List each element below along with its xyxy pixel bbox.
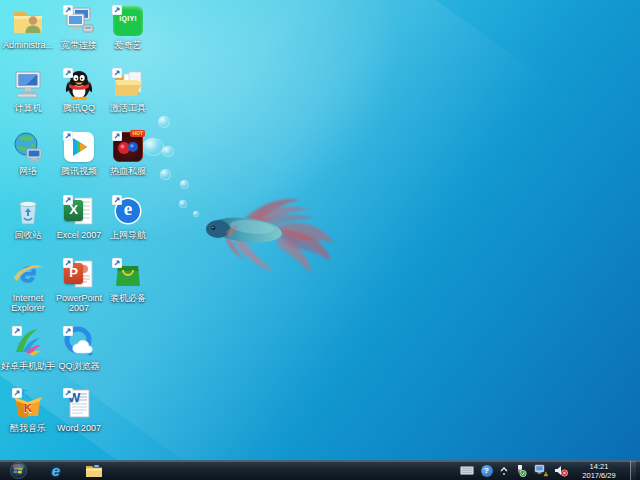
desktop-icon-label: 上网导航 xyxy=(100,230,156,240)
shortcut-arrow-icon xyxy=(112,258,122,268)
hot-badge: HOT xyxy=(130,130,145,137)
desktop-icon-label: Excel 2007 xyxy=(51,230,107,240)
desktop-icon-qq-browser[interactable]: QQ浏览器 xyxy=(55,326,103,371)
two-computers-icon xyxy=(63,5,95,37)
desktop-icon-recycle-bin[interactable]: 回收站 xyxy=(4,195,52,240)
globe-network-icon xyxy=(12,131,44,163)
desktop-icon-phone-assistant[interactable]: 好卓手机助手 xyxy=(4,326,52,371)
desktop-icon-kuwo[interactable]: K 酷我音乐 xyxy=(4,388,52,433)
shortcut-arrow-icon xyxy=(112,195,122,205)
q-cloud-icon xyxy=(63,326,95,358)
desktop-icon-label: 酷我音乐 xyxy=(0,423,56,433)
device-ok-icon[interactable] xyxy=(513,463,528,478)
color-swoosh-icon xyxy=(12,326,44,358)
kuwo-music-icon: K xyxy=(12,388,44,420)
shortcut-arrow-icon xyxy=(63,68,73,78)
taskbar-explorer-button[interactable] xyxy=(82,462,106,480)
desktop-icon-label: 热血私服 xyxy=(100,166,156,176)
computer-monitor-icon xyxy=(12,68,44,100)
system-tray: ? 14:21 2017/6/29 xyxy=(459,461,640,480)
desktop-icon-label: Word 2007 xyxy=(51,423,107,433)
help-question-icon[interactable]: ? xyxy=(479,463,494,478)
powerpoint-icon: P xyxy=(63,258,95,290)
game-icon: HOT xyxy=(112,131,144,163)
taskbar-clock[interactable]: 14:21 2017/6/29 xyxy=(573,462,625,480)
desktop-icon-iqiyi[interactable]: iQIYI 爱奇艺 xyxy=(104,5,152,50)
desktop-icon-grid: Administra... 宽带连接 iQIYI 爱奇艺 计算机 xyxy=(4,0,164,440)
desktop-icon-internet-explorer[interactable]: e Internet Explorer xyxy=(4,258,52,313)
clock-date: 2017/6/29 xyxy=(575,471,623,480)
desktop-icon-label: 回收站 xyxy=(0,230,56,240)
desktop-wallpaper[interactable]: Administra... 宽带连接 iQIYI 爱奇艺 计算机 xyxy=(0,0,640,480)
desktop-icon-label: Administra... xyxy=(0,40,56,50)
network-warning-icon[interactable] xyxy=(533,463,548,478)
shortcut-arrow-icon xyxy=(63,195,73,205)
desktop-icon-label: 宽带连接 xyxy=(51,40,107,50)
play-triangle-icon xyxy=(63,131,95,163)
clock-time: 14:21 xyxy=(575,462,623,471)
shortcut-arrow-icon xyxy=(63,131,73,141)
qq-penguin-icon xyxy=(63,68,95,100)
desktop-icon-broadband[interactable]: 宽带连接 xyxy=(55,5,103,50)
word-icon: W xyxy=(63,388,95,420)
bubble xyxy=(180,180,189,189)
input-keyboard-icon[interactable] xyxy=(459,463,474,478)
shortcut-arrow-icon xyxy=(63,388,73,398)
show-desktop-button[interactable] xyxy=(630,461,636,480)
desktop-icon-label: PowerPoint 2007 xyxy=(51,293,107,313)
desktop-icon-label: 好卓手机助手 xyxy=(0,361,56,371)
desktop-icon-label: 腾讯视频 xyxy=(51,166,107,176)
shortcut-arrow-icon xyxy=(112,131,122,141)
desktop-icon-activation-tools[interactable]: 激活工具 xyxy=(104,68,152,113)
desktop-icon-label: 爱奇艺 xyxy=(100,40,156,50)
desktop-icon-game-hot[interactable]: HOT 热血私服 xyxy=(104,131,152,176)
ie-icon: e xyxy=(52,462,60,479)
desktop-icon-label: QQ浏览器 xyxy=(51,361,107,371)
desktop-icon-bundle[interactable]: 装机必备 xyxy=(104,258,152,303)
desktop-icon-tencent-video[interactable]: 腾讯视频 xyxy=(55,131,103,176)
desktop-icon-administrator[interactable]: Administra... xyxy=(4,5,52,50)
blue-e-icon: e xyxy=(112,195,144,227)
desktop-icon-excel[interactable]: X Excel 2007 xyxy=(55,195,103,240)
desktop-icon-computer[interactable]: 计算机 xyxy=(4,68,52,113)
desktop-icon-label: Internet Explorer xyxy=(0,293,56,313)
start-button[interactable] xyxy=(6,462,30,480)
desktop-icon-network[interactable]: 网络 xyxy=(4,131,52,176)
shortcut-arrow-icon xyxy=(112,5,122,15)
taskbar: e ? xyxy=(0,460,640,480)
shopping-bag-icon xyxy=(112,258,144,290)
bubble xyxy=(179,200,187,208)
taskbar-ie-button[interactable]: e xyxy=(44,462,68,480)
excel-icon: X xyxy=(63,195,95,227)
desktop-icon-tencent-qq[interactable]: 腾讯QQ xyxy=(55,68,103,113)
desktop-icon-word[interactable]: W Word 2007 xyxy=(55,388,103,433)
shortcut-arrow-icon xyxy=(12,388,22,398)
windows-orb-icon xyxy=(10,462,27,479)
desktop-icon-label: 腾讯QQ xyxy=(51,103,107,113)
desktop-icon-label: 计算机 xyxy=(0,103,56,113)
desktop-icon-label: 激活工具 xyxy=(100,103,156,113)
betta-fish-image xyxy=(198,188,338,283)
user-folder-icon xyxy=(12,5,44,37)
show-hidden-icons-button[interactable] xyxy=(499,463,508,478)
ie-icon: e xyxy=(12,258,44,290)
shortcut-arrow-icon xyxy=(63,258,73,268)
open-folder-icon xyxy=(112,68,144,100)
folder-icon xyxy=(85,464,103,478)
shortcut-arrow-icon xyxy=(12,326,22,336)
shortcut-arrow-icon xyxy=(63,326,73,336)
desktop-icon-web-nav[interactable]: e 上网导航 xyxy=(104,195,152,240)
shortcut-arrow-icon xyxy=(63,5,73,15)
desktop-icon-label: 装机必备 xyxy=(100,293,156,303)
volume-muted-icon[interactable] xyxy=(553,463,568,478)
desktop-icon-powerpoint[interactable]: P PowerPoint 2007 xyxy=(55,258,103,313)
recycle-bin-icon xyxy=(12,195,44,227)
iqiyi-icon: iQIYI xyxy=(112,5,144,37)
desktop-icon-label: 网络 xyxy=(0,166,56,176)
shortcut-arrow-icon xyxy=(112,68,122,78)
